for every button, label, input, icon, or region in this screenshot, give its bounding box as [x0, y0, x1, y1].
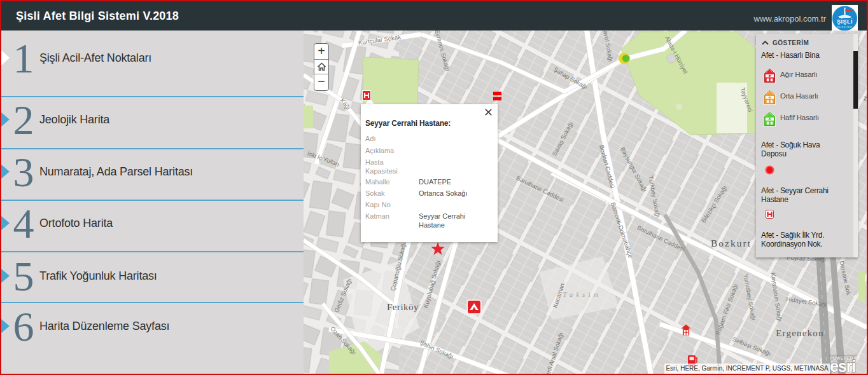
svg-text:zi: zi	[864, 94, 867, 102]
svg-text:Taksim: Taksim	[563, 290, 602, 298]
svg-text:Feriköy: Feriköy	[387, 302, 419, 312]
svg-text:Bozkurt: Bozkurt	[711, 238, 752, 249]
svg-text:ŞİŞLİ: ŞİŞLİ	[837, 18, 853, 25]
svg-text:BELEDİYESİ: BELEDİYESİ	[837, 25, 852, 29]
svg-text:esri: esri	[830, 357, 856, 374]
svg-text:Ergenekon: Ergenekon	[776, 328, 824, 338]
